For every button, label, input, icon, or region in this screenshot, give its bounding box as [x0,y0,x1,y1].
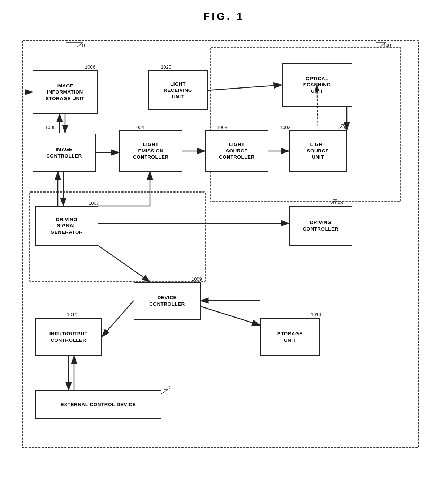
driving-controller-block: DRIVING CONTROLLER [289,206,352,246]
ref-1003: 1003 [217,125,227,130]
ref-1011: 1011 [67,312,77,317]
light-source-unit-block: LIGHT SOURCE UNIT [289,130,347,172]
driving-signal-generator-block: DRIVING SIGNAL GENERATOR [35,206,98,246]
light-emission-controller-block: LIGHT EMISSION CONTROLLER [119,130,182,172]
image-controller-block: IMAGE CONTROLLER [33,134,96,172]
ref-1005: 1005 [45,125,56,130]
device-controller-block: DEVICE CONTROLLER [134,282,201,320]
ref-1010: 1010 [311,312,321,317]
ref-1002: 1002 [280,125,290,130]
ref-1004: 1004 [134,125,144,130]
image-information-storage-unit-block: IMAGE INFORMATION STORAGE UNIT [33,70,98,114]
figure-title: FIG. 1 [7,11,441,22]
ref-1009: 1009 [191,276,202,282]
ref-10: 10 [81,43,86,48]
ref-1007: 1007 [89,201,99,206]
optical-scanning-unit-block: OPTICAL SCANNING UNIT [282,63,352,107]
ref-100: 100 [383,43,391,48]
light-source-controller-block: LIGHT SOURCE CONTROLLER [205,130,268,172]
light-receiving-unit-block: LIGHT RECEIVING UNIT [148,70,208,110]
ref-1020: 1020 [161,64,171,70]
ref-20: 20 [166,385,171,390]
page-container: FIG. 1 10 100 IMAGE INFORMATION STORAGE … [0,0,448,491]
ref-1008: 1008 [332,200,343,205]
ref-1006: 1006 [85,64,95,70]
external-control-device-block: EXTERNAL CONTROL DEVICE [35,390,161,419]
ref-1001: 1001 [340,125,350,130]
input-output-controller-block: INPUT/OUTPUT CONTROLLER [35,318,102,356]
storage-unit-block: STORAGE UNIT [260,318,320,356]
